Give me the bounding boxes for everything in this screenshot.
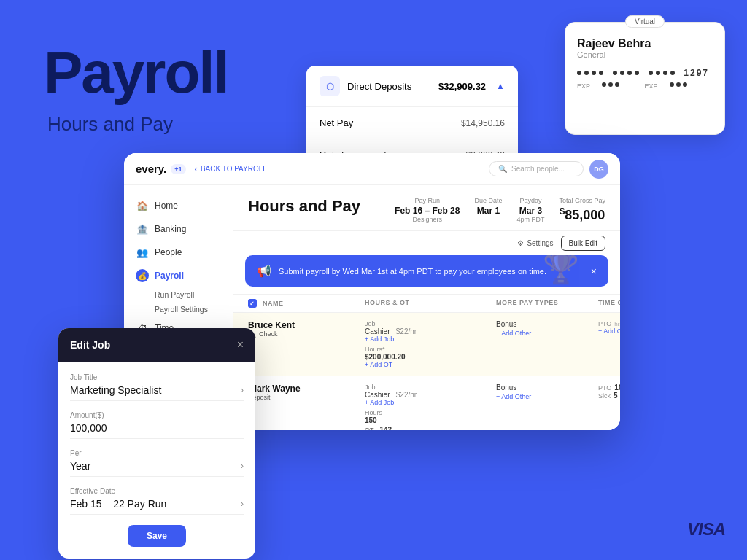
bruce-pto-label: PTO	[598, 320, 611, 327]
search-placeholder: Search people...	[511, 165, 565, 173]
banner-icon: 📢	[257, 264, 271, 278]
bruce-name-cell: Bruce Kent ✏️ Check	[248, 320, 365, 368]
employee-row-clark: Clark Wayne Deposit Job Cashier $22/hr +…	[233, 376, 620, 430]
bruce-add-other-pto[interactable]: + Add Other	[598, 327, 620, 335]
bruce-bonus-cell: Bonus + Add Other	[496, 320, 598, 368]
th-hours: HOURS & OT	[365, 299, 496, 308]
card-exp-label: EXP	[577, 82, 590, 90]
settings-button[interactable]: ⚙ Settings	[517, 239, 553, 247]
banner-content: 📢 Submit payroll by Wed Mar 1st at 4pm P…	[257, 264, 546, 278]
card-exp-label2: EXP	[645, 82, 658, 90]
clark-job-cell: Job Cashier $22/hr + Add Job Hours 150 O…	[365, 384, 496, 430]
bruce-job-cell: Job Cashier $22/hr + Add Job Hours* $200…	[365, 320, 496, 368]
back-to-payroll-link[interactable]: BACK TO PAYROLL	[195, 163, 267, 174]
bruce-payment-type: Check	[259, 330, 278, 338]
net-pay-value: $14,950.16	[461, 118, 505, 128]
clark-sick-value: 5	[614, 392, 618, 400]
bulk-edit-button[interactable]: Bulk Edit	[561, 236, 605, 251]
pay-info-boxes: Pay Run Feb 16 – Feb 28 Designers Due Da…	[395, 197, 605, 223]
payroll-banner: 📢 Submit payroll by Wed Mar 1st at 4pm P…	[245, 255, 608, 287]
amount-field: Amount($) 100,000	[70, 411, 244, 439]
topbar-search-area: 🔍 Search people... DG	[276, 160, 608, 179]
main-content: Hours and Pay Pay Run Feb 16 – Feb 28 De…	[233, 185, 620, 430]
clark-hours-label: Hours	[365, 409, 496, 416]
payroll-icon: 💰	[136, 269, 149, 282]
due-date-box: Due Date Mar 1	[474, 197, 502, 216]
payday-box: Payday Mar 3 4pm PDT	[516, 197, 544, 223]
clark-name-cell: Clark Wayne Deposit	[248, 384, 365, 430]
sidebar-people-label: People	[155, 247, 182, 257]
save-button[interactable]: Save	[128, 525, 186, 547]
clark-check-label: Deposit	[248, 394, 365, 401]
per-row[interactable]: Year ›	[70, 460, 244, 477]
per-field: Per Year ›	[70, 449, 244, 477]
settings-gear-icon: ⚙	[517, 239, 524, 247]
clark-sick-label: Sick	[598, 392, 611, 400]
job-title-field: Job Title Marketing Specialist ›	[70, 373, 244, 401]
search-box[interactable]: 🔍 Search people...	[489, 161, 584, 176]
content-header: Hours and Pay Pay Run Feb 16 – Feb 28 De…	[233, 185, 620, 231]
due-date-label: Due Date	[474, 197, 502, 204]
amount-label: Amount($)	[70, 411, 244, 419]
bruce-hours-label: Hours*	[365, 346, 496, 353]
bruce-job-label: Job	[365, 320, 496, 327]
hero-subtitle: Hours and Pay	[47, 113, 173, 136]
sidebar-home-label: Home	[155, 201, 178, 211]
per-value: Year	[70, 460, 90, 472]
bruce-bonus-label: Bonus	[496, 320, 598, 328]
job-title-value: Marketing Specialist	[70, 384, 161, 396]
action-row: ⚙ Settings Bulk Edit	[233, 231, 620, 255]
banner-message: Submit payroll by Wed Mar 1st at 4pm PDT…	[279, 267, 546, 276]
deposits-value: $32,909.32	[438, 81, 486, 92]
clark-pto-cell: PTO 10 hrs Sick 5 hrs	[598, 384, 620, 430]
job-title-row[interactable]: Marketing Specialist ›	[70, 384, 244, 401]
effective-date-chevron-icon: ›	[241, 499, 244, 509]
banner-decoration: 🏆	[543, 255, 579, 286]
clark-add-other[interactable]: + Add Other	[496, 393, 598, 400]
sidebar-item-banking[interactable]: 🏦 Banking	[124, 217, 233, 241]
per-label: Per	[70, 449, 244, 457]
total-gross-label: Total Gross Pay	[559, 197, 605, 204]
virtual-card: Virtual Rajeev Behra General 1297 EXP EX…	[565, 22, 725, 135]
effective-date-row[interactable]: Feb 15 – 22 Pay Run ›	[70, 498, 244, 515]
people-icon: 👥	[136, 246, 149, 259]
payday-label: Payday	[516, 197, 544, 204]
modal-close-button[interactable]: ×	[237, 338, 244, 351]
select-all-checkbox[interactable]: ✓	[248, 299, 257, 308]
pay-run-label: Pay Run	[395, 197, 460, 204]
edit-job-modal: Edit Job × Job Title Marketing Specialis…	[58, 328, 255, 559]
deposits-icon: ⬡	[320, 76, 340, 96]
payday-value: Mar 3	[516, 206, 544, 216]
bruce-add-other[interactable]: + Add Other	[496, 330, 598, 337]
user-avatar[interactable]: DG	[589, 160, 608, 179]
sidebar-banking-label: Banking	[155, 224, 186, 234]
sidebar-item-home[interactable]: 🏠 Home	[124, 194, 233, 217]
modal-header: Edit Job ×	[58, 328, 255, 362]
sidebar-sub-run-payroll[interactable]: Run Payroll	[124, 287, 233, 302]
bruce-check-label: ✏️ Check	[248, 330, 365, 338]
pay-run-box: Pay Run Feb 16 – Feb 28 Designers	[395, 197, 460, 223]
table-header: ✓ NAME HOURS & OT MORE PAY TYPES TIME OF…	[233, 294, 620, 313]
deposits-row-netpay: Net Pay $14,950.16	[306, 107, 518, 139]
sidebar-sub-payroll-settings[interactable]: Payroll Settings	[124, 302, 233, 316]
clark-add-job[interactable]: + Add Job	[365, 399, 496, 406]
card-exp-row: EXP EXP	[577, 82, 713, 90]
sidebar-item-payroll[interactable]: 💰 Payroll	[124, 264, 233, 287]
card-dots: 1297	[577, 68, 713, 78]
deposits-chevron-icon: ▲	[496, 81, 505, 91]
sidebar-item-people[interactable]: 👥 People	[124, 241, 233, 264]
bruce-job-value: Cashier $22/hr	[365, 327, 496, 335]
bruce-add-ot[interactable]: + Add OT	[365, 361, 496, 368]
total-gross-value: 85,000	[559, 206, 605, 223]
pay-run-value: Feb 16 – Feb 28	[395, 206, 460, 216]
deposits-row-main[interactable]: ⬡ Direct Deposits $32,909.32 ▲	[306, 66, 518, 107]
per-chevron-icon: ›	[241, 461, 244, 471]
clark-job-value: Cashier $22/hr	[365, 391, 496, 399]
banner-close-button[interactable]: ×	[591, 265, 597, 277]
effective-date-label: Effective Date	[70, 487, 244, 495]
visa-logo: VISA	[687, 519, 725, 540]
bruce-hours-value: $200,000.20	[365, 353, 496, 361]
bruce-add-job[interactable]: + Add Job	[365, 335, 496, 343]
card-type: General	[577, 50, 713, 59]
bruce-pto-row: PTO hrs	[598, 320, 620, 327]
